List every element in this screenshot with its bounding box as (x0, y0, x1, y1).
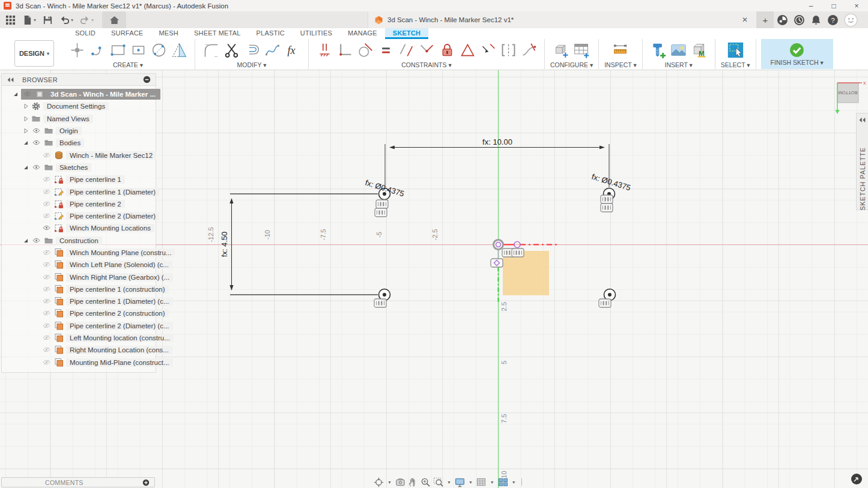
ribbon-tab-manage[interactable]: MANAGE (340, 28, 385, 39)
tool-perpendicular-button[interactable] (335, 40, 355, 60)
file-menu-icon[interactable] (22, 15, 32, 25)
comments-bar[interactable]: COMMENTS (1, 477, 155, 487)
group-label-configure[interactable]: CONFIGURE ▾ (550, 61, 593, 68)
viewports-dropdown-caret[interactable]: ▼ (512, 480, 516, 484)
tool-center-diameter-circle-button[interactable] (148, 40, 169, 60)
browser-item-winch-mile-marker-sec12[interactable]: Winch - Mile Marker Sec12 (2, 149, 156, 161)
ribbon-tab-sheet-metal[interactable]: SHEET METAL (186, 28, 249, 39)
tool-insert-fastener-button[interactable] (648, 40, 669, 60)
close-document-icon[interactable]: ✕ (739, 16, 750, 24)
tool-mirror-button[interactable] (169, 40, 189, 60)
browser-item-pipe-centerline-2-diameter-c[interactable]: Pipe centerline 2 (Diameter) (c... (2, 320, 156, 332)
tool-change-parameters-button[interactable]: fx (282, 40, 303, 60)
tool-trim-button[interactable] (221, 40, 241, 60)
eye-off-icon[interactable] (41, 212, 54, 220)
tool-line-button[interactable] (67, 40, 87, 60)
tool-coincident-button[interactable] (416, 40, 437, 60)
tool-fillet-button[interactable] (201, 40, 221, 60)
maximize-button[interactable]: □ (822, 0, 845, 11)
display-settings-icon[interactable] (455, 477, 465, 487)
expand-arrow-icon[interactable] (13, 91, 21, 97)
tool-three-point-arc-button[interactable] (87, 40, 108, 60)
browser-item-pipe-centerline-1[interactable]: Pipe centerline 1 (2, 173, 156, 185)
zoom-icon[interactable] (420, 477, 431, 487)
orbit-dropdown-caret[interactable]: ▼ (387, 480, 392, 484)
constraint-badge[interactable] (374, 299, 386, 307)
eye-off-icon[interactable] (41, 188, 54, 196)
constraint-badge-point[interactable] (491, 259, 503, 267)
constraint-badge[interactable] (376, 200, 388, 208)
browser-item-bodies[interactable]: Bodies (2, 137, 156, 149)
browser-item-origin[interactable]: Origin (2, 125, 156, 137)
expand-arrow-icon[interactable] (23, 128, 31, 134)
ribbon-tab-sketch[interactable]: SKETCH (385, 28, 428, 39)
eye-icon[interactable] (41, 224, 54, 232)
browser-item-pipe-centerline-2-diameter[interactable]: Pipe centerline 2 (Diameter) (2, 210, 156, 222)
browser-item-winch-mounting-locations[interactable]: Winch Mounting Locations (2, 222, 156, 234)
browser-item-left-mounting-location-constru[interactable]: Left Mounting location (constru... (2, 332, 156, 344)
browser-item-sketches[interactable]: Sketches (2, 161, 156, 173)
browser-item-pipe-centerline-1-construction[interactable]: Pipe centerline 1 (construction) (2, 283, 156, 295)
browser-item-document-settings[interactable]: Document Settings (2, 100, 156, 112)
eye-off-icon[interactable] (41, 346, 54, 354)
eye-off-icon[interactable] (41, 309, 54, 318)
constraint-badges[interactable] (374, 195, 613, 307)
feedback-button[interactable] (851, 474, 862, 484)
eye-off-icon[interactable] (41, 200, 54, 208)
collapse-browser-icon[interactable] (7, 77, 14, 83)
expand-arrow-icon[interactable] (23, 140, 31, 146)
ribbon-tab-solid[interactable]: SOLID (67, 28, 103, 39)
eye-off-icon[interactable] (41, 322, 54, 330)
tool-insert-mcmaster-button[interactable]: M (689, 40, 709, 60)
sketch-palette-tab[interactable]: SKETCH PALETTE (856, 113, 868, 210)
viewports-icon[interactable] (498, 477, 508, 487)
tool-spline-button[interactable] (262, 40, 282, 60)
eye-icon[interactable] (31, 163, 44, 172)
workspace-selector[interactable]: DESIGN▾ (14, 40, 54, 67)
new-document-button[interactable]: + (757, 11, 774, 28)
tool-configure-component-button[interactable] (551, 40, 572, 60)
eye-icon[interactable] (31, 236, 44, 245)
ribbon-tab-plastic[interactable]: PLASTIC (249, 28, 293, 39)
expand-arrow-icon[interactable] (23, 164, 31, 170)
dimension-vertical-label[interactable]: fx: 4.50 (220, 232, 229, 258)
tool-equal-button[interactable] (375, 40, 396, 60)
ribbon-tab-surface[interactable]: SURFACE (103, 28, 151, 39)
browser-item-winch-left-plane-solenoid-c[interactable]: Winch Left Plane (Solenoid) (c... (2, 259, 156, 271)
dimension-horizontal-label[interactable]: fx: 10.00 (482, 137, 512, 146)
close-button[interactable]: × (845, 0, 868, 11)
help-icon[interactable]: ? (827, 14, 839, 26)
tool-offset-button[interactable] (241, 40, 262, 60)
eye-off-icon[interactable] (41, 285, 54, 294)
browser-item-pipe-centerline-1-diameter[interactable]: Pipe centerline 1 (Diameter) (2, 185, 156, 197)
group-label-create[interactable]: CREATE ▾ (113, 61, 143, 68)
eye-icon[interactable] (22, 90, 35, 98)
eye-off-icon[interactable] (41, 249, 54, 257)
redo-caret[interactable]: ▾ (91, 17, 94, 23)
browser-item-pipe-centerline-2-construction[interactable]: Pipe centerline 2 (construction) (2, 307, 156, 319)
tool-rectangle-button[interactable] (108, 40, 128, 60)
tool-configuration-table-button[interactable] (572, 40, 592, 60)
tool-fix-unfix-button[interactable] (437, 40, 457, 60)
zoom-window-dropdown-caret[interactable]: ▼ (447, 480, 451, 484)
expand-palette-icon[interactable] (858, 117, 866, 123)
browser-item-pipe-centerline-1-diameter-c[interactable]: Pipe centerline 1 (Diameter) (c... (2, 295, 156, 307)
eye-icon[interactable] (31, 127, 44, 135)
group-label-inspect[interactable]: INSPECT ▾ (604, 61, 637, 68)
expand-arrow-icon[interactable] (23, 238, 31, 244)
display-settings-dropdown-caret[interactable]: ▼ (469, 480, 473, 484)
highlight-region[interactable] (503, 251, 549, 295)
browser-item-mounting-mid-plane-construct[interactable]: Mounting Mid-Plane (construct... (2, 357, 156, 369)
document-tab[interactable]: 3d Scan - Winch - Mile Marker Sec12 v1* … (368, 11, 757, 28)
eye-off-icon[interactable] (41, 261, 54, 269)
browser-item-winch-mounting-plane-constru[interactable]: Winch Mounting Plane (constru... (2, 247, 156, 259)
group-label-insert[interactable]: INSERT ▾ (665, 61, 693, 68)
constraint-badge[interactable] (601, 195, 613, 203)
browser-item-named-views[interactable]: Named Views (2, 113, 156, 125)
tool-midpoint-button[interactable] (457, 40, 478, 60)
extensions-icon[interactable] (777, 14, 788, 26)
group-label-select[interactable]: SELECT ▾ (721, 61, 750, 68)
save-icon[interactable] (43, 15, 53, 25)
tool-collinear-button[interactable] (478, 40, 498, 60)
browser-remove-icon[interactable] (143, 76, 151, 83)
